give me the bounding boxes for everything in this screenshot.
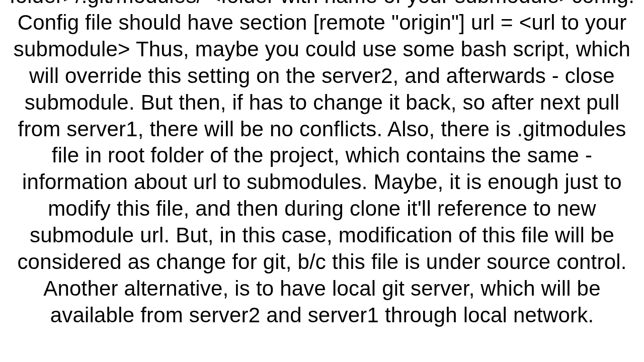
document-page: folder>/.git/modules/ <folder with name … <box>0 0 644 362</box>
body-paragraph: folder>/.git/modules/ <folder with name … <box>6 0 638 329</box>
